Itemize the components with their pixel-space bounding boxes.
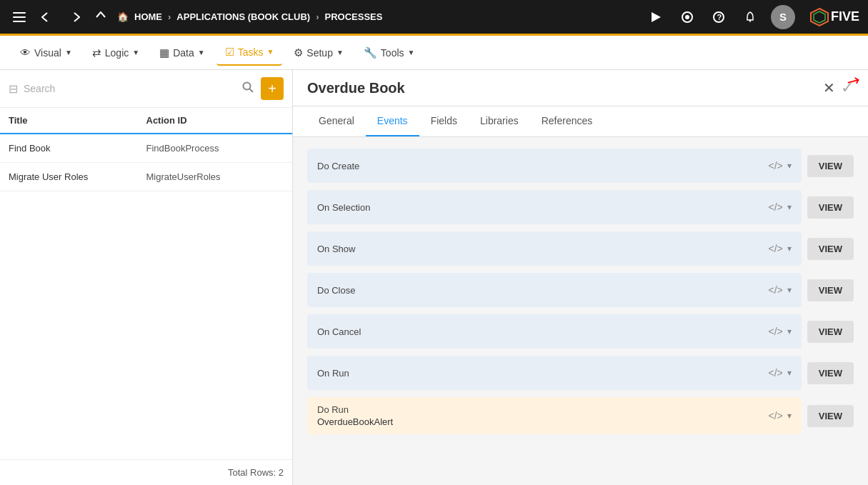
breadcrumb-applications[interactable]: APPLICATIONS (BOOK CLUB) <box>176 11 310 22</box>
tasks-dropdown-icon: ▼ <box>266 48 274 56</box>
tab-events-label: Events <box>377 115 408 126</box>
do-create-expand-button[interactable]: ▾ <box>787 161 792 171</box>
on-run-view-button[interactable]: VIEW <box>807 362 854 384</box>
nav-tasks[interactable]: ☑ Tasks ▼ <box>216 40 283 66</box>
on-show-expand-button[interactable]: ▾ <box>787 244 792 254</box>
nav-tools[interactable]: 🔧 Tools ▼ <box>355 41 424 65</box>
play-button[interactable] <box>645 6 667 28</box>
do-run-label: Do Run <box>317 404 393 415</box>
tab-fields[interactable]: Fields <box>419 106 469 136</box>
svg-marker-3 <box>652 12 661 22</box>
tab-libraries-label: Libraries <box>480 115 519 126</box>
top-nav-bar: 🏠 HOME › APPLICATIONS (BOOK CLUB) › PROC… <box>0 0 868 36</box>
do-run-expand-button[interactable]: ▾ <box>787 411 792 421</box>
record-button[interactable] <box>677 6 698 28</box>
do-close-code-button[interactable]: </> <box>769 284 783 296</box>
row-1-action: MigrateUserRoles <box>146 171 284 182</box>
do-run-view-button[interactable]: VIEW <box>807 405 854 427</box>
five-logo-icon <box>809 7 829 27</box>
logic-icon: ⇄ <box>92 46 101 59</box>
back-button[interactable] <box>37 9 57 25</box>
tools-label: Tools <box>381 47 404 59</box>
do-close-expand-button[interactable]: ▾ <box>787 285 792 295</box>
tab-references[interactable]: References <box>530 106 604 136</box>
event-row-do-create: Do Create </> ▾ VIEW <box>307 149 854 183</box>
total-rows-label: Total Rows: 2 <box>228 467 284 478</box>
nav-setup[interactable]: ⚙ Setup ▼ <box>285 41 352 65</box>
on-run-code-button[interactable]: </> <box>769 367 783 379</box>
tasks-icon: ☑ <box>225 46 234 59</box>
on-selection-view-button[interactable]: VIEW <box>807 196 854 219</box>
on-cancel-code-button[interactable]: </> <box>769 326 783 337</box>
svg-rect-0 <box>13 12 26 14</box>
search-button[interactable] <box>241 80 255 97</box>
on-show-view-button[interactable]: VIEW <box>807 238 854 260</box>
on-cancel-view-button[interactable]: VIEW <box>807 321 854 343</box>
svg-text:?: ? <box>717 13 722 21</box>
header-actions: ✕ ✓ ↗ <box>823 79 854 97</box>
filter-icon: ⊟ <box>9 82 18 96</box>
event-row-do-run: Do Run OverdueBookAlert </> ▾ VIEW <box>307 397 854 434</box>
tab-fields-label: Fields <box>431 115 457 126</box>
do-close-label: Do Close <box>317 285 355 296</box>
tab-libraries[interactable]: Libraries <box>469 106 530 136</box>
visual-icon: 👁 <box>20 46 31 59</box>
on-cancel-controls: </> ▾ <box>769 326 792 337</box>
on-selection-expand-button[interactable]: ▾ <box>787 202 792 212</box>
do-close-view-button[interactable]: VIEW <box>807 279 854 301</box>
add-button[interactable]: + <box>261 77 284 100</box>
do-create-code-button[interactable]: </> <box>769 160 783 171</box>
on-selection-controls: </> ▾ <box>769 201 792 213</box>
tab-references-label: References <box>542 115 593 126</box>
setup-label: Setup <box>306 47 333 59</box>
svg-line-13 <box>250 89 254 93</box>
hamburger-menu-button[interactable] <box>9 9 30 25</box>
event-box-do-run: Do Run OverdueBookAlert </> ▾ <box>307 397 802 434</box>
event-box-on-show: On Show </> ▾ <box>307 231 802 266</box>
breadcrumb-sep-1: › <box>168 11 171 22</box>
event-box-on-cancel: On Cancel </> ▾ <box>307 314 802 349</box>
up-button[interactable] <box>91 9 110 26</box>
forward-button[interactable] <box>64 9 84 25</box>
on-selection-code-button[interactable]: </> <box>769 201 783 213</box>
user-avatar[interactable]: S <box>771 5 795 29</box>
on-cancel-expand-button[interactable]: ▾ <box>787 326 792 336</box>
close-button[interactable]: ✕ <box>823 79 835 96</box>
notifications-button[interactable] <box>739 6 761 28</box>
table-row[interactable]: Find Book FindBookProcess <box>0 134 292 163</box>
do-run-code-button[interactable]: </> <box>769 410 783 421</box>
event-box-do-close: Do Close </> ▾ <box>307 273 802 307</box>
on-run-label: On Run <box>317 368 349 379</box>
tools-icon: 🔧 <box>364 46 377 59</box>
do-run-value: OverdueBookAlert <box>317 416 393 427</box>
event-box-on-selection: On Selection </> ▾ <box>307 190 802 224</box>
event-box-on-run: On Run </> ▾ <box>307 356 802 390</box>
on-cancel-label: On Cancel <box>317 326 361 337</box>
logic-dropdown-icon: ▼ <box>132 49 139 56</box>
tab-general-label: General <box>319 115 354 126</box>
data-label: Data <box>173 47 194 59</box>
nav-logic[interactable]: ⇄ Logic ▼ <box>84 41 148 65</box>
table-footer: Total Rows: 2 <box>0 459 292 485</box>
search-input[interactable] <box>24 83 235 94</box>
five-logo-text: FIVE <box>831 9 859 24</box>
table-row[interactable]: Migrate User Roles MigrateUserRoles <box>0 163 292 191</box>
svg-rect-2 <box>13 21 26 22</box>
on-show-code-button[interactable]: </> <box>769 243 783 254</box>
nav-data[interactable]: ▦ Data ▼ <box>151 41 213 65</box>
do-close-controls: </> ▾ <box>769 284 792 296</box>
do-create-label: Do Create <box>317 161 359 171</box>
on-run-expand-button[interactable]: ▾ <box>787 368 792 378</box>
do-create-view-button[interactable]: VIEW <box>807 155 854 177</box>
svg-marker-11 <box>814 11 825 23</box>
right-panel: Overdue Book ✕ ✓ ↗ General Events Fields… <box>293 70 868 485</box>
on-selection-label: On Selection <box>317 202 370 213</box>
nav-visual[interactable]: 👁 Visual ▼ <box>11 41 81 64</box>
breadcrumb-processes[interactable]: PROCESSES <box>325 11 383 22</box>
help-button[interactable]: ? <box>708 6 729 28</box>
tab-events[interactable]: Events <box>366 106 419 136</box>
tab-general[interactable]: General <box>307 106 366 136</box>
row-0-title: Find Book <box>9 143 146 154</box>
breadcrumb-home[interactable]: HOME <box>134 11 162 22</box>
event-row-on-cancel: On Cancel </> ▾ VIEW <box>307 314 854 349</box>
